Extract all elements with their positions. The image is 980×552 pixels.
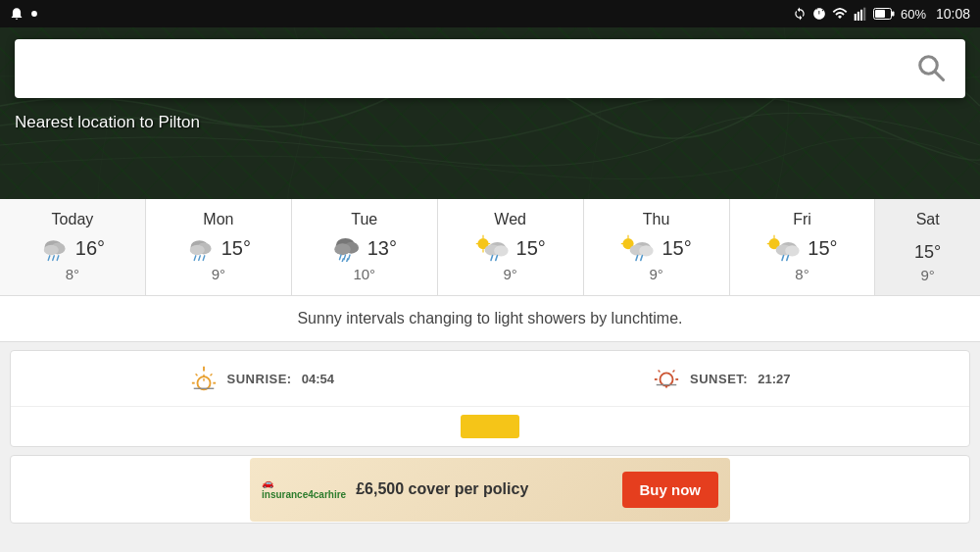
ad-buy-button[interactable]: Buy now [622,472,719,508]
sunrise-label: SUNRISE: [227,372,292,386]
sunrise-item: SUNRISE: 04:54 [190,365,334,392]
weather-description: Sunny intervals changing to light shower… [0,296,980,342]
day-label-wed: Wed [494,211,526,228]
svg-line-28 [341,259,343,262]
forecast-mon[interactable]: Mon 15° 9° [146,199,292,295]
search-input[interactable]: Royal Bath & West Showground [29,56,911,81]
battery-indicator [873,8,895,20]
ad-banner[interactable]: 🚗 insurance4carhire £6,500 cover per pol… [10,455,970,524]
svg-line-25 [339,255,341,260]
svg-line-27 [348,255,350,260]
svg-point-24 [334,243,351,255]
svg-line-55 [787,256,789,261]
svg-point-37 [494,245,508,256]
forecast-today[interactable]: Today 16° 8° [0,199,146,295]
svg-line-61 [210,374,212,376]
weather-icon-mon [186,234,216,262]
weather-icon-today [40,234,70,262]
temp-low-fri: 8° [795,266,808,282]
svg-point-12 [44,245,59,256]
temp-high-sat: 15° [914,242,941,263]
svg-line-39 [495,256,497,261]
svg-line-15 [57,256,59,261]
temp-high-fri: 15° [808,237,837,260]
svg-point-18 [189,245,204,256]
svg-marker-62 [202,374,206,377]
svg-line-14 [53,256,55,261]
svg-line-21 [203,256,205,261]
weather-section: Today 16° 8° Mon [0,199,980,552]
day-label-fri: Fri [793,211,811,228]
svg-point-53 [786,245,800,256]
sun-highlight-bar [461,415,519,438]
notification-icons [10,7,41,21]
alarm-icon [812,7,826,21]
sunset-icon [653,365,680,392]
svg-line-29 [346,259,348,262]
svg-line-60 [195,374,197,376]
sun-extra-row [11,407,969,446]
nearest-location: Nearest location to Pilton [15,113,200,132]
status-bar: 60% 10:08 [0,0,980,27]
sunset-item: SUNSET: 21:27 [653,365,790,392]
svg-point-0 [31,11,37,17]
svg-line-9 [935,72,943,79]
weather-icon-tue [332,234,362,262]
search-button[interactable] [911,48,951,90]
svg-point-45 [640,245,654,256]
temp-high-thu: 15° [662,237,691,260]
forecast-thu[interactable]: Thu 15° 9° [584,199,730,295]
weather-icon-fri [766,234,802,262]
search-container: Royal Bath & West Showground [15,39,965,98]
temp-high-mon: 15° [221,237,251,260]
svg-line-13 [48,256,50,261]
svg-line-19 [194,256,196,261]
svg-rect-2 [858,12,859,21]
sun-row: SUNRISE: 04:54 SUNSET: 21:27 [11,351,969,407]
sun-times-panel: SUNRISE: 04:54 SUNSET: 21:27 [10,350,970,447]
svg-line-68 [659,371,661,373]
svg-line-54 [782,256,784,261]
day-label-tue: Tue [351,211,377,228]
svg-line-26 [344,255,346,260]
temp-high-tue: 13° [368,237,397,260]
ad-content: 🚗 insurance4carhire £6,500 cover per pol… [250,458,730,522]
svg-rect-6 [875,10,885,18]
svg-line-69 [673,371,675,373]
day-label-sat: Sat [916,211,940,228]
forecast-tue[interactable]: Tue 13° 10° [292,199,438,295]
temp-high-today: 16° [75,237,105,260]
forecast-row: Today 16° 8° Mon [0,199,980,296]
weather-icon-thu [620,234,656,262]
temp-low-sat: 9° [921,267,935,283]
sync-icon [793,7,807,21]
temp-low-thu: 9° [649,266,662,282]
temp-low-wed: 9° [504,266,517,282]
ad-text: £6,500 cover per policy [356,480,612,498]
svg-rect-1 [855,14,857,21]
signal-icon [854,7,867,21]
sunrise-icon [190,365,218,392]
forecast-wed[interactable]: Wed 15° 9° [438,199,584,295]
wifi-icon [832,7,848,21]
clock: 10:08 [936,6,970,22]
sunrise-time: 04:54 [302,372,334,386]
svg-line-20 [198,256,200,261]
svg-point-65 [661,373,673,385]
svg-rect-4 [863,8,865,21]
day-label-thu: Thu [643,211,670,228]
svg-line-47 [641,256,643,261]
search-icon [916,53,946,82]
ad-logo: 🚗 insurance4carhire [262,477,346,501]
battery-percent: 60% [901,7,926,22]
day-label-mon: Mon [203,211,233,228]
temp-low-today: 8° [66,266,79,282]
sunset-time: 21:27 [758,372,790,386]
temp-low-tue: 10° [353,266,375,282]
day-label-today: Today [52,211,94,228]
temp-low-mon: 9° [212,266,225,282]
svg-rect-7 [892,12,895,17]
sunset-label: SUNSET: [690,372,748,386]
forecast-fri[interactable]: Fri 15° 8° [730,199,876,295]
forecast-sat[interactable]: Sat 15° 9° [875,199,980,295]
